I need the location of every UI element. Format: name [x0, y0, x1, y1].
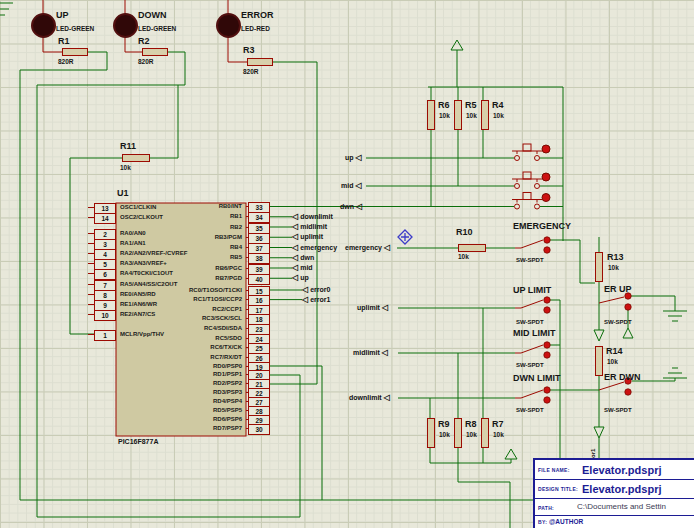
- net-label-up[interactable]: up◁: [345, 154, 362, 161]
- led-name: UP: [56, 10, 69, 20]
- ground-icon: [0, 3, 687, 378]
- resistor-value: 10k: [466, 431, 477, 438]
- resistor-r3[interactable]: [247, 58, 273, 66]
- resistor-value: 10k: [607, 358, 618, 365]
- resistor-ref: R7: [492, 419, 504, 429]
- terminal-arrow-icon: ◁: [302, 286, 308, 293]
- resistor-r4[interactable]: [481, 100, 489, 130]
- terminal-arrow-icon: ◁: [292, 274, 298, 281]
- net-label-up[interactable]: ◁up: [292, 274, 309, 281]
- resistor-r1[interactable]: [62, 48, 88, 56]
- resistor-r13[interactable]: [595, 252, 603, 282]
- resistor-r7[interactable]: [481, 418, 489, 448]
- pin-label: RD1/PSP1: [128, 371, 242, 377]
- net-label-midlimit[interactable]: midlimit◁: [353, 349, 388, 356]
- terminal-arrow-icon: ◁: [384, 244, 390, 251]
- pin-label: RB2: [128, 224, 242, 230]
- pin-label: RC1/T1OSI/CCP2: [128, 296, 242, 302]
- terminal-arrow-icon: ◁: [292, 233, 298, 240]
- net-label-text: mid: [300, 264, 312, 271]
- switch-label: MID LIMIT: [513, 328, 556, 338]
- resistor-ref: R1: [58, 36, 70, 46]
- resistor-r8[interactable]: [454, 418, 462, 448]
- pin-label: RB0/INT: [128, 203, 242, 209]
- pin-label: RB5: [128, 254, 242, 260]
- pin-number[interactable]: 14: [94, 213, 116, 224]
- net-label-text: mid: [341, 182, 353, 189]
- net-label-downlimit[interactable]: ◁downlimit: [292, 213, 333, 220]
- pin-number[interactable]: 40: [248, 274, 270, 285]
- pin-label: RC5/SDO: [128, 335, 242, 341]
- switch-model: SW-SPDT: [516, 319, 544, 325]
- net-label-uplimit[interactable]: ◁uplimit: [292, 233, 323, 240]
- resistor-ref: R13: [607, 252, 624, 262]
- net-label-mid[interactable]: mid◁: [341, 182, 362, 189]
- resistor-value: 10k: [458, 253, 469, 260]
- led-model: LED-GREEN: [56, 25, 94, 32]
- led-model: LED-RED: [241, 25, 270, 32]
- resistor-value: 10k: [466, 112, 477, 119]
- schematic-canvas[interactable]: U1 PIC16F877A error1 FILE NAME: Elevator…: [0, 0, 694, 528]
- switch-model: SW-SPDT: [516, 362, 544, 368]
- resistor-r14[interactable]: [595, 346, 603, 376]
- pin-label: RC6/TX/CK: [128, 344, 242, 350]
- net-label-text: dwn: [300, 254, 314, 261]
- resistor-r5[interactable]: [454, 100, 462, 130]
- switch-label: ER UP: [604, 284, 632, 294]
- pin-number[interactable]: 10: [94, 310, 116, 321]
- pin-number[interactable]: 30: [248, 424, 270, 435]
- net-label-text: up: [345, 154, 354, 161]
- pin-label: RB1: [128, 213, 242, 219]
- terminal-arrow-icon: ◁: [382, 349, 388, 356]
- net-label-downlimit[interactable]: downlimit◁: [349, 394, 390, 401]
- pin-label: RD4/PSP4: [128, 398, 242, 404]
- net-label-text: error0: [310, 286, 330, 293]
- resistor-ref: R4: [492, 100, 504, 110]
- resistor-r10[interactable]: [458, 244, 486, 252]
- net-label-text: up: [300, 274, 309, 281]
- resistor-value: 10k: [608, 264, 619, 271]
- chip-part: PIC16F877A: [118, 438, 158, 445]
- resistor-value: 10k: [120, 164, 131, 171]
- pin-number[interactable]: 1: [94, 330, 116, 341]
- net-label-text: uplimit: [357, 304, 380, 311]
- net-label-text: emergency: [300, 244, 337, 251]
- net-label-emergency[interactable]: emergency◁: [345, 244, 390, 251]
- net-label-emergency[interactable]: ◁emergency: [292, 244, 337, 251]
- resistor-r6[interactable]: [427, 100, 435, 130]
- resistor-value: 10k: [493, 431, 504, 438]
- switch-model: SW-SPDT: [516, 407, 544, 413]
- net-label-text: error1: [310, 296, 330, 303]
- net-label-dwn[interactable]: ◁dwn: [292, 254, 314, 261]
- resistor-value: 820R: [58, 58, 74, 65]
- resistor-ref: R14: [606, 346, 623, 356]
- title-block-label: DESIGN TITLE:: [538, 486, 578, 492]
- led-model: LED-GREEN: [138, 25, 176, 32]
- title-block-label: PATH:: [538, 505, 554, 511]
- pin-label: RD6/PSP6: [128, 416, 242, 422]
- net-label-text: downlimit: [349, 394, 382, 401]
- title-block: FILE NAME: Elevator.pdsprj DESIGN TITLE:…: [533, 458, 694, 528]
- resistor-r9[interactable]: [427, 418, 435, 448]
- net-label-dwn[interactable]: dwn◁: [340, 203, 362, 210]
- net-label-uplimit[interactable]: uplimit◁: [357, 304, 388, 311]
- pin-label: RB4: [128, 244, 242, 250]
- net-label-mid[interactable]: ◁mid: [292, 264, 313, 271]
- terminal-arrow-icon: ◁: [382, 304, 388, 311]
- led-error[interactable]: [216, 13, 241, 38]
- net-label-error0[interactable]: ◁error0: [302, 286, 330, 293]
- resistor-r2[interactable]: [142, 48, 168, 56]
- terminal-arrow-icon: ◁: [384, 394, 390, 401]
- pin-label: RC2/CCP1: [128, 306, 242, 312]
- pin-label: RD2/PSP2: [128, 380, 242, 386]
- led-down[interactable]: [113, 13, 138, 38]
- led-up[interactable]: [31, 13, 56, 38]
- path-value: C:\Documents and Settin: [577, 502, 666, 511]
- terminal-arrow-icon: ◁: [292, 244, 298, 251]
- resistor-r11[interactable]: [122, 154, 150, 162]
- terminal-arrow-icon: ◁: [292, 264, 298, 271]
- resistor-ref: R2: [138, 36, 150, 46]
- net-label-error1[interactable]: ◁error1: [302, 296, 330, 303]
- net-label-midlimit[interactable]: ◁midlimit: [292, 223, 327, 230]
- pin-label: RB3/PGM: [128, 234, 242, 240]
